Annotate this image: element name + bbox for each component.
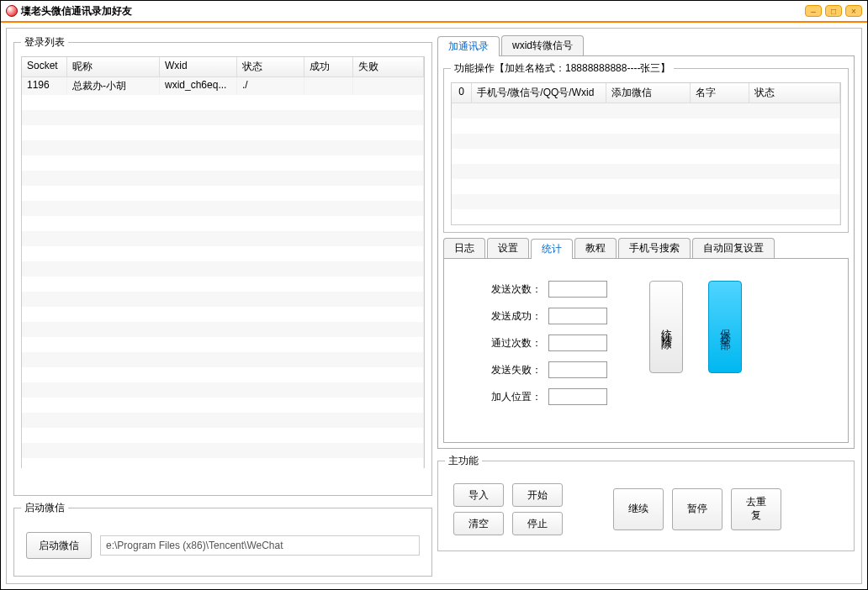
col-id[interactable]: 手机号/微信号/QQ号/Wxid [472, 83, 606, 103]
launch-legend: 启动微信 [21, 501, 68, 515]
col-nick[interactable]: 昵称 [67, 57, 160, 76]
input-send-fail[interactable] [548, 361, 607, 378]
main-func-group: 主功能 导入 清空 开始 停止 继续 暂停 去重复 [437, 454, 855, 551]
ops-legend: 功能操作【加姓名格式：18888888888----张三】 [451, 61, 674, 76]
app-icon [6, 5, 18, 17]
tab-stats[interactable]: 统计 [531, 239, 573, 259]
tab-phone-search[interactable]: 手机号搜索 [618, 238, 691, 258]
cell-fail [353, 77, 424, 95]
cell-nick: 总裁办-小胡 [67, 77, 160, 95]
launch-wechat-button[interactable]: 启动微信 [26, 532, 92, 559]
top-tab-panel: 功能操作【加姓名格式：18888888888----张三】 0 手机号/微信号/… [437, 55, 855, 449]
clear-button[interactable]: 清空 [453, 512, 504, 535]
cell-success [304, 77, 353, 95]
label-send-success: 发送成功： [483, 309, 542, 324]
label-pass-count: 通过次数： [483, 336, 542, 350]
col-name[interactable]: 名字 [691, 83, 749, 103]
col-success[interactable]: 成功 [304, 57, 353, 76]
login-table[interactable]: Socket 昵称 Wxid 状态 成功 失败 1196 总裁办-小胡 wxid… [21, 56, 425, 468]
content-area: 登录列表 Socket 昵称 Wxid 状态 成功 失败 1196 总裁办-小胡 [6, 28, 862, 584]
input-send-success[interactable] [548, 308, 607, 324]
login-legend: 登录列表 [21, 35, 68, 50]
sub-tabs: 日志 设置 统计 教程 手机号搜索 自动回复设置 [443, 238, 849, 258]
col-opstatus[interactable]: 状态 [749, 83, 840, 103]
close-button[interactable]: × [845, 5, 862, 17]
main-func-legend: 主功能 [445, 454, 482, 468]
import-button[interactable]: 导入 [453, 483, 504, 507]
start-button[interactable]: 开始 [512, 483, 563, 507]
window-title: 壈老头微信通讯录加好友 [21, 4, 132, 18]
input-pass-count[interactable] [548, 335, 607, 351]
col-fail[interactable]: 失败 [353, 57, 424, 76]
login-table-body[interactable]: 1196 总裁办-小胡 wxid_ch6eq... ./ [22, 77, 424, 469]
tab-tutorial[interactable]: 教程 [574, 238, 617, 258]
tab-setting[interactable]: 设置 [487, 238, 529, 258]
cell-socket: 1196 [22, 77, 67, 95]
stop-button[interactable]: 停止 [512, 512, 563, 535]
table-row[interactable]: 1196 总裁办-小胡 wxid_ch6eq... ./ [22, 77, 424, 95]
save-all-button[interactable]: 保存全部 [708, 281, 742, 373]
col-wxid[interactable]: Wxid [160, 57, 237, 76]
tab-add-contacts[interactable]: 加通讯录 [437, 36, 500, 56]
cell-status: ./ [237, 77, 304, 95]
left-pane: 登录列表 Socket 昵称 Wxid 状态 成功 失败 1196 总裁办-小胡 [13, 35, 432, 577]
wechat-path-input[interactable] [100, 535, 420, 556]
tab-log[interactable]: 日志 [443, 238, 485, 258]
stats-panel: 发送次数： 发送成功： 通过次数： [443, 258, 849, 443]
login-list-group: 登录列表 Socket 昵称 Wxid 状态 成功 失败 1196 总裁办-小胡 [13, 35, 432, 496]
titlebar: 壈老头微信通讯录加好友 – □ × [1, 1, 867, 23]
col-socket[interactable]: Socket [22, 57, 67, 76]
ops-table-head: 0 手机号/微信号/QQ号/Wxid 添加微信 名字 状态 [452, 83, 840, 103]
label-send-count: 发送次数： [483, 282, 542, 297]
stats-fields: 发送次数： 发送成功： 通过次数： [483, 281, 607, 405]
top-tabs: 加通讯录 wxid转微信号 [437, 35, 855, 55]
dedupe-button[interactable]: 去重复 [731, 488, 781, 530]
input-add-pos[interactable] [548, 388, 607, 405]
ops-table-body[interactable] [452, 103, 840, 226]
pause-button[interactable]: 暂停 [672, 488, 722, 530]
input-send-count[interactable] [548, 281, 607, 298]
top-tabs-wrap: 加通讯录 wxid转微信号 功能操作【加姓名格式：18888888888----… [437, 35, 855, 449]
col-status[interactable]: 状态 [237, 57, 304, 76]
launch-group: 启动微信 启动微信 [13, 501, 432, 577]
continue-button[interactable]: 继续 [613, 488, 664, 530]
maximize-button[interactable]: □ [825, 5, 842, 17]
cell-wxid: wxid_ch6eq... [160, 77, 237, 95]
app-window: 壈老头微信通讯录加好友 – □ × 登录列表 Socket 昵称 Wxid 状态… [0, 0, 868, 590]
login-table-head: Socket 昵称 Wxid 状态 成功 失败 [22, 57, 424, 77]
label-send-fail: 发送失败： [483, 363, 542, 377]
tab-autoreply[interactable]: 自动回复设置 [692, 238, 775, 258]
sub-tabs-wrap: 日志 设置 统计 教程 手机号搜索 自动回复设置 发送次数： [443, 238, 849, 443]
right-pane: 加通讯录 wxid转微信号 功能操作【加姓名格式：18888888888----… [437, 35, 855, 577]
minimize-button[interactable]: – [805, 5, 822, 17]
col-idx[interactable]: 0 [452, 83, 472, 103]
label-add-pos: 加人位置： [483, 390, 542, 404]
tab-wxid-convert[interactable]: wxid转微信号 [501, 35, 584, 55]
ops-group: 功能操作【加姓名格式：18888888888----张三】 0 手机号/微信号/… [443, 61, 849, 233]
col-add[interactable]: 添加微信 [606, 83, 691, 103]
stats-clear-button[interactable]: 统计清除 [649, 281, 683, 373]
ops-table[interactable]: 0 手机号/微信号/QQ号/Wxid 添加微信 名字 状态 [451, 82, 841, 225]
